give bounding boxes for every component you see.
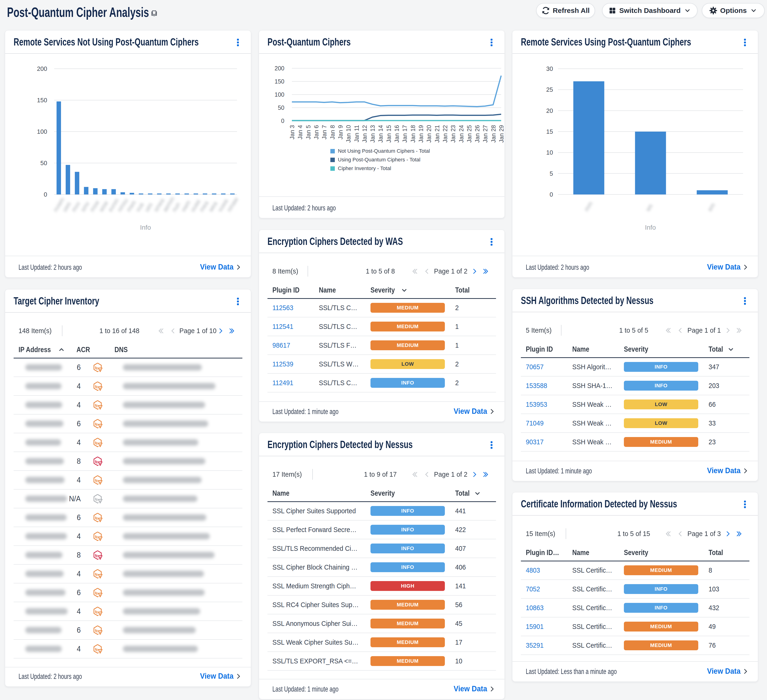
svg-text:Jan 28: Jan 28	[490, 125, 497, 143]
svg-text:Jan 4: Jan 4	[297, 125, 303, 139]
svg-text:wsw: wsw	[98, 200, 110, 213]
svg-text:ues: ues	[143, 202, 154, 213]
svg-text:50: 50	[278, 104, 284, 111]
svg-text:Jan 22: Jan 22	[442, 125, 449, 143]
svg-text:Info: Info	[140, 224, 151, 231]
svg-text:Jan 24: Jan 24	[458, 125, 465, 143]
svg-text:Jan 17: Jan 17	[401, 125, 408, 143]
svg-text:Jan 19: Jan 19	[418, 125, 424, 143]
svg-text:em: em	[706, 202, 717, 213]
svg-text:30: 30	[546, 65, 553, 72]
svg-text:5: 5	[550, 170, 553, 177]
svg-text:50: 50	[40, 159, 47, 167]
svg-text:Using Post-Quantum Ciphers - T: Using Post-Quantum Ciphers - Total	[338, 157, 420, 162]
svg-text:20: 20	[546, 107, 553, 114]
svg-text:200: 200	[37, 65, 47, 72]
svg-text:0: 0	[44, 191, 47, 198]
svg-text:Cipher Inventory - Total: Cipher Inventory - Total	[338, 165, 391, 171]
svg-text:Jan 10: Jan 10	[345, 125, 352, 143]
svg-text:100: 100	[275, 91, 284, 98]
svg-text:0: 0	[281, 118, 284, 124]
svg-text:15: 15	[546, 128, 553, 135]
svg-text:uuaa: uuaa	[189, 199, 201, 213]
svg-text:Jan 29: Jan 29	[498, 125, 505, 143]
svg-text:Jan 25: Jan 25	[466, 125, 473, 143]
svg-text:vwm: vwm	[180, 199, 192, 213]
svg-text:Jan 12: Jan 12	[361, 125, 368, 143]
svg-text:0: 0	[550, 191, 553, 198]
svg-text:100: 100	[37, 128, 47, 135]
svg-text:Jan 3: Jan 3	[289, 125, 295, 139]
svg-text:150: 150	[37, 97, 47, 104]
svg-text:wea: wea	[207, 200, 219, 213]
svg-text:25: 25	[546, 86, 553, 93]
svg-text:Jan 14: Jan 14	[377, 125, 384, 143]
svg-text:Jan 13: Jan 13	[369, 125, 376, 143]
svg-text:Not Using Post-Quantum Ciphers: Not Using Post-Quantum Ciphers - Total	[338, 148, 430, 154]
svg-text:Jan 7: Jan 7	[321, 125, 328, 139]
svg-text:Jan 8: Jan 8	[329, 125, 336, 139]
svg-text:mvv: mvv	[70, 200, 81, 213]
svg-text:Jan 27: Jan 27	[482, 125, 489, 143]
svg-text:Jan 20: Jan 20	[426, 125, 432, 143]
svg-text:Jan 23: Jan 23	[450, 125, 456, 143]
svg-text:200: 200	[275, 65, 284, 72]
svg-text:Jan 15: Jan 15	[385, 125, 392, 143]
svg-text:Info: Info	[645, 224, 656, 231]
svg-text:Jan 5: Jan 5	[305, 125, 312, 139]
svg-text:Jan 6: Jan 6	[313, 125, 320, 139]
svg-text:Jan 11: Jan 11	[353, 125, 360, 142]
svg-text:smv: smv	[79, 200, 91, 213]
svg-text:10: 10	[546, 149, 553, 156]
svg-text:nmaw: nmaw	[226, 196, 240, 213]
svg-text:150: 150	[275, 78, 284, 85]
svg-text:Jan 21: Jan 21	[434, 125, 441, 143]
svg-text:Jan 18: Jan 18	[410, 125, 416, 143]
svg-text:Jan 16: Jan 16	[393, 125, 400, 143]
svg-text:ws: ws	[644, 202, 654, 213]
svg-text:msw: msw	[88, 199, 100, 213]
svg-text:Jan 26: Jan 26	[474, 125, 481, 143]
svg-text:Jan 9: Jan 9	[337, 125, 344, 139]
svg-text:mm: mm	[583, 200, 594, 213]
